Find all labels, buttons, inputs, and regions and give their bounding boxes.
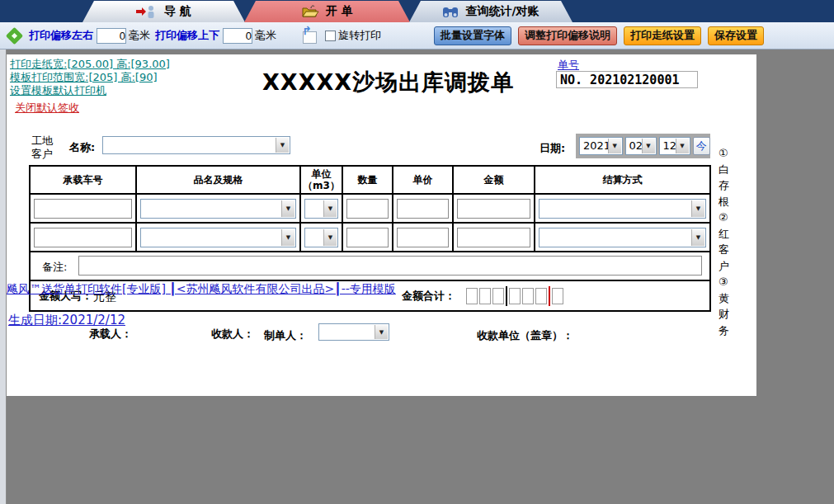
col-header-vehicle: 承载车号 bbox=[31, 167, 137, 195]
rotate-print-checkbox[interactable] bbox=[325, 31, 336, 41]
print-setting-links: 打印走纸宽:[205.00] 高:[93.00] 模板打印范围宽:[205] 高… bbox=[10, 58, 170, 97]
default-printer-link[interactable]: 设置模板默认打印机 bbox=[10, 84, 170, 97]
mm-label-1: 毫米 bbox=[129, 28, 150, 43]
chevron-down-icon[interactable]: ▼ bbox=[691, 229, 704, 246]
vehicle-input-1[interactable] bbox=[34, 199, 132, 219]
left-edge-strip bbox=[0, 49, 7, 504]
software-watermark: 飚风™送货单打印软件[专业版] ┃<苏州飚风软件有限公司出品>┃--专用模版 bbox=[7, 282, 396, 297]
quantity-input-1[interactable] bbox=[346, 199, 389, 219]
unit-combo-1[interactable]: ▼ bbox=[304, 199, 338, 219]
order-no-field[interactable]: NO. 202102120001 bbox=[556, 71, 698, 88]
diamond-icon bbox=[6, 26, 23, 44]
amount-divider-black bbox=[506, 286, 507, 306]
binoculars-icon bbox=[442, 6, 459, 18]
col-header-quantity: 数量 bbox=[343, 167, 393, 195]
copies-vertical-note: ①白存根②红客户③黄财务 bbox=[719, 145, 732, 338]
amount-digit-box bbox=[552, 288, 563, 304]
payee-unit-label: 收款单位（盖章）： bbox=[477, 328, 573, 343]
mm-label-2: 毫米 bbox=[255, 28, 276, 43]
bill-header-row: 承载车号 品名及规格 单位（m3） 数量 单价 金额 结算方式 bbox=[31, 167, 709, 195]
chevron-down-icon[interactable]: ▼ bbox=[281, 229, 294, 246]
chevron-down-icon[interactable]: ▼ bbox=[281, 200, 294, 217]
tab-navigation[interactable]: 导 航 bbox=[82, 1, 245, 22]
payee-label: 收款人： bbox=[211, 327, 254, 341]
chevron-down-icon[interactable]: ▼ bbox=[323, 229, 337, 246]
tab-billing-label: 开 单 bbox=[326, 4, 353, 19]
date-year-combo[interactable]: 2021 ▼ bbox=[579, 137, 623, 155]
rotate-print-icon: ↱ bbox=[303, 31, 317, 44]
date-day-combo[interactable]: 12 ▼ bbox=[659, 137, 690, 155]
name-label: 名称: bbox=[69, 140, 95, 155]
amount-digit-box bbox=[522, 288, 534, 304]
quantity-input-2[interactable] bbox=[346, 228, 389, 247]
col-header-amount: 金额 bbox=[454, 167, 535, 195]
settlement-combo-1[interactable]: ▼ bbox=[539, 199, 706, 219]
rotate-print-label: 旋转打印 bbox=[338, 28, 381, 43]
maker-label: 制单人： bbox=[264, 328, 307, 343]
carrier-label: 承载人： bbox=[89, 327, 132, 341]
bill-row-2: ▼ ▼ ▼ bbox=[31, 224, 709, 252]
col-header-product: 品名及规格 bbox=[137, 167, 301, 195]
close-default-sign-link[interactable]: 关闭默认签收 bbox=[15, 101, 79, 115]
adjust-offset-help-button[interactable]: 调整打印偏移说明 bbox=[518, 26, 617, 45]
save-settings-button[interactable]: 保存设置 bbox=[708, 26, 764, 45]
paper-size-link[interactable]: 打印走纸宽:[205.00] 高:[93.00] bbox=[10, 58, 170, 71]
amount-input-1[interactable] bbox=[457, 199, 530, 219]
tab-query-stats-label: 查询统计/对账 bbox=[465, 4, 539, 19]
settlement-combo-2[interactable]: ▼ bbox=[539, 228, 706, 247]
form-paper: 打印走纸宽:[205.00] 高:[93.00] 模板打印范围宽:[205] 高… bbox=[7, 54, 756, 396]
product-combo-2[interactable]: ▼ bbox=[140, 228, 296, 247]
date-panel: 2021 ▼ 02 ▼ 12 ▼ 今 bbox=[576, 134, 710, 158]
chevron-down-icon[interactable]: ▼ bbox=[375, 325, 388, 339]
nav-arrow-person-icon bbox=[136, 5, 158, 18]
customer-name-combo[interactable]: ▼ bbox=[102, 136, 290, 154]
amount-digit-box bbox=[466, 288, 478, 304]
chevron-down-icon[interactable]: ▼ bbox=[691, 200, 704, 217]
date-month-combo[interactable]: 02 ▼ bbox=[625, 137, 657, 155]
customer-label: 客户 bbox=[31, 147, 53, 162]
amount-digit-box bbox=[479, 288, 491, 304]
amount-total-grid bbox=[466, 286, 565, 306]
maker-combo[interactable]: ▼ bbox=[318, 323, 389, 341]
bill-row-1: ▼ ▼ ▼ bbox=[31, 195, 709, 224]
offset-ud-input[interactable] bbox=[223, 28, 252, 44]
tab-bar: 导 航 开 单 查询统计/对账 bbox=[0, 0, 834, 22]
remark-band: 备注: bbox=[31, 252, 709, 281]
unit-price-input-2[interactable] bbox=[397, 228, 449, 247]
amount-input-2[interactable] bbox=[457, 228, 530, 247]
unit-price-input-1[interactable] bbox=[397, 199, 449, 219]
date-label: 日期: bbox=[540, 141, 565, 156]
amount-divider-red bbox=[549, 286, 550, 306]
tab-query-stats[interactable]: 查询统计/对账 bbox=[409, 1, 572, 22]
remark-input[interactable] bbox=[78, 256, 702, 276]
today-button[interactable]: 今 bbox=[693, 137, 710, 155]
unit-combo-2[interactable]: ▼ bbox=[304, 228, 338, 247]
toolbar: 打印偏移左右 毫米 打印偏移上下 毫米 ↱ 旋转打印 批量设置字体 调整打印偏移… bbox=[0, 22, 834, 49]
date-year-value: 2021 bbox=[583, 139, 610, 152]
app-window: 导 航 开 单 查询统计/对账 bbox=[0, 0, 834, 504]
col-header-unit: 单位（m3） bbox=[301, 167, 343, 195]
col-header-unit-price: 单价 bbox=[393, 167, 454, 195]
chevron-down-icon[interactable]: ▼ bbox=[608, 139, 621, 153]
amount-digit-box bbox=[535, 288, 547, 304]
tab-navigation-label: 导 航 bbox=[164, 4, 191, 19]
tab-billing[interactable]: 开 单 bbox=[244, 1, 410, 22]
offset-ud-label: 打印偏移上下 bbox=[155, 28, 219, 43]
offset-lr-label: 打印偏移左右 bbox=[29, 28, 93, 43]
batch-font-button[interactable]: 批量设置字体 bbox=[434, 26, 511, 45]
vehicle-input-2[interactable] bbox=[34, 228, 132, 247]
amount-digit-box bbox=[509, 288, 521, 304]
product-combo-1[interactable]: ▼ bbox=[140, 199, 296, 219]
offset-lr-input[interactable] bbox=[97, 28, 126, 44]
chevron-down-icon[interactable]: ▼ bbox=[676, 139, 689, 153]
form-title: XXXXX沙场出库调拨单 bbox=[262, 68, 514, 97]
chevron-down-icon[interactable]: ▼ bbox=[276, 138, 289, 153]
template-range-link[interactable]: 模板打印范围宽:[205] 高:[90] bbox=[10, 71, 170, 84]
chevron-down-icon[interactable]: ▼ bbox=[642, 139, 655, 153]
open-folder-icon bbox=[301, 5, 319, 18]
chevron-down-icon[interactable]: ▼ bbox=[323, 200, 337, 217]
remark-label: 备注: bbox=[42, 260, 67, 275]
amount-total-label: 金额合计： bbox=[402, 289, 455, 304]
paper-feed-settings-button[interactable]: 打印走纸设置 bbox=[624, 26, 701, 45]
col-header-settlement: 结算方式 bbox=[535, 167, 709, 195]
